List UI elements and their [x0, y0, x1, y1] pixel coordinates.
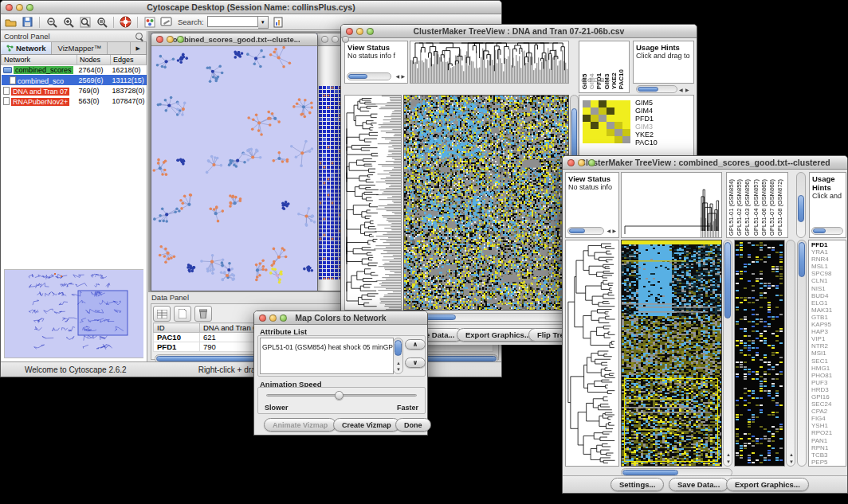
network-row[interactable]: combined_scores 2764(0) 16218(0)	[2, 64, 147, 75]
minimize-button[interactable]	[332, 36, 339, 43]
column-labels-panel[interactable]: GPL51-01 (GSM854)GPL51-02 (GSM855)GPL51-…	[726, 172, 788, 238]
help-lifesaver-icon[interactable]	[119, 16, 132, 29]
zoom-fit-icon[interactable]	[78, 16, 92, 29]
minimize-button[interactable]	[269, 315, 277, 322]
open-file-icon[interactable]	[4, 16, 18, 29]
new-attribute-icon[interactable]	[174, 306, 191, 322]
delete-attribute-icon[interactable]	[194, 306, 212, 322]
gene-list-vscrollbar[interactable]	[797, 240, 807, 467]
heatmap-zoom-view[interactable]	[734, 240, 785, 467]
gene-label: YSH1	[811, 422, 846, 429]
zoom-button[interactable]	[177, 36, 184, 43]
annotation-icon[interactable]	[159, 16, 173, 29]
heatmap-vscrollbar[interactable]: ▲ ▼	[723, 240, 732, 467]
dialog-titlebar[interactable]: Map Colors to Network	[254, 311, 427, 325]
zoom-selected-icon[interactable]	[95, 16, 108, 29]
minimize-button[interactable]	[167, 36, 174, 43]
zoom-button[interactable]	[588, 159, 595, 166]
tab-network[interactable]: Network	[1, 42, 52, 54]
zoom-in-icon[interactable]	[61, 16, 75, 29]
close-button[interactable]	[346, 28, 353, 35]
scroll-right-arrow[interactable]: ▶	[612, 229, 616, 233]
scroll-up-arrow[interactable]: ▲	[396, 361, 401, 365]
zoom-heatmap-matrix[interactable]	[583, 100, 630, 143]
id-column-header[interactable]: ID	[154, 323, 200, 333]
gene-dendrogram-panel[interactable]	[565, 240, 619, 467]
gene-dendrogram-panel[interactable]	[344, 95, 402, 311]
scroll-down-arrow[interactable]: ▼	[726, 459, 731, 464]
float-panel-icon[interactable]	[135, 33, 143, 41]
create-vizmap-button[interactable]: Create Vizmap	[333, 418, 400, 432]
view-status-hscrollbar[interactable]	[567, 227, 604, 235]
scroll-left-arrow[interactable]: ◀	[679, 88, 683, 92]
attribute-list-vscrollbar[interactable]: ▲ ▼	[393, 338, 403, 374]
move-down-button[interactable]: ∨	[405, 357, 426, 368]
col-nodes[interactable]: Nodes	[77, 55, 111, 64]
column-dendrogram-panel[interactable]	[621, 172, 722, 238]
attribute-table-icon[interactable]	[153, 306, 171, 322]
network-row[interactable]: RNAPuberNov2+ 563(0) 107847(0)	[2, 96, 147, 106]
heatmap-global-view[interactable]	[621, 240, 722, 467]
save-icon[interactable]	[21, 16, 34, 29]
scroll-down-arrow[interactable]: ▼	[396, 367, 401, 372]
scroll-right-arrow[interactable]: ▶	[401, 74, 405, 79]
zoom-vscrollbar[interactable]: ▲ ▼	[786, 240, 795, 467]
search-dropdown-arrow[interactable]: ▼	[258, 16, 269, 29]
search-input[interactable]	[207, 16, 258, 27]
scroll-left-arrow[interactable]: ◀	[607, 229, 610, 233]
col-edges[interactable]: Edges	[110, 55, 146, 64]
network-row[interactable]: DNA and Tran 07 769(0) 183728(0)	[2, 85, 147, 96]
usage-hints-hscrollbar[interactable]	[811, 227, 843, 235]
settings-button[interactable]: Settings...	[610, 478, 664, 491]
slider-thumb[interactable]	[335, 391, 344, 400]
view-status-hscrollbar[interactable]	[347, 72, 391, 80]
treeview2-titlebar[interactable]: ClusterMaker TreeView : combined_scores_…	[563, 156, 847, 170]
zoom-button[interactable]	[342, 36, 349, 43]
close-button[interactable]	[6, 4, 13, 11]
gene-label: MAK31	[811, 307, 846, 314]
minimize-button[interactable]	[578, 159, 585, 166]
move-up-button[interactable]: ∧	[405, 339, 426, 350]
col-network[interactable]: Network	[2, 55, 77, 64]
cytoscape-titlebar[interactable]: Cytoscape Desktop (Session Name: collins…	[1, 1, 501, 14]
labels-vscrollbar[interactable]	[796, 172, 806, 238]
column-labels-panel[interactable]: GIM5 GIM4 PFD1 GIM3 YKE2 PAC10	[579, 41, 630, 93]
close-button[interactable]	[567, 159, 575, 166]
search-label: Search:	[178, 18, 204, 26]
network-row-selected[interactable]: combined_sco 2569(6) 13112(15)	[2, 75, 147, 85]
tab-overflow-button[interactable]: ▶	[130, 42, 147, 54]
scroll-down-arrow[interactable]: ▼	[789, 459, 794, 464]
zoom-button[interactable]	[367, 28, 374, 35]
done-button[interactable]: Done	[395, 418, 431, 432]
plugin-nodes-icon[interactable]	[143, 16, 156, 29]
minimize-button[interactable]	[16, 4, 23, 11]
zoom-button[interactable]	[280, 315, 287, 322]
minimize-button[interactable]	[356, 28, 363, 35]
close-button[interactable]	[321, 36, 328, 43]
gene-label: GIM3	[635, 123, 658, 131]
column-dendrogram-panel[interactable]	[410, 41, 569, 84]
gene-list-panel[interactable]: PFD1YRA1RNR4MSL1SPC98CLN1NIS1BUD4ELG1MAK…	[808, 240, 846, 467]
heatmap-global-view[interactable]	[403, 95, 569, 311]
tab-vizmapper[interactable]: VizMapper™	[52, 42, 108, 54]
heatmap-hscrollbar[interactable]	[403, 313, 569, 322]
labels-hscrollbar[interactable]	[636, 85, 677, 93]
export-graphics-button[interactable]: Export Graphics...	[726, 478, 809, 491]
scroll-right-arrow[interactable]: ▶	[685, 88, 689, 92]
report-icon[interactable]	[272, 16, 285, 29]
scroll-left-arrow[interactable]: ◀	[395, 74, 399, 79]
close-button[interactable]	[259, 315, 266, 322]
zoom-button[interactable]	[26, 4, 33, 11]
close-button[interactable]	[156, 36, 163, 43]
zoom-toolbar-icons[interactable]: ⊕⊖⊡⊠▷	[579, 77, 630, 85]
treeview1-titlebar[interactable]: ClusterMaker TreeView : DNA and Tran 07-…	[341, 25, 697, 38]
network-canvas[interactable]	[151, 46, 317, 291]
export-graphics-button[interactable]: Export Graphics...	[457, 328, 540, 342]
attribute-list[interactable]: GPL51-01 (GSM854) heat shock 05 minGPL51…	[260, 338, 394, 374]
scroll-up-arrow[interactable]: ▲	[726, 452, 731, 457]
birdseye-overview[interactable]	[4, 269, 143, 358]
animate-vizmap-button[interactable]: Animate Vizmap	[264, 418, 336, 432]
save-data-button[interactable]: Save Data...	[669, 478, 728, 491]
zoom-out-icon[interactable]	[45, 16, 58, 29]
scroll-up-arrow[interactable]: ▲	[789, 452, 794, 457]
